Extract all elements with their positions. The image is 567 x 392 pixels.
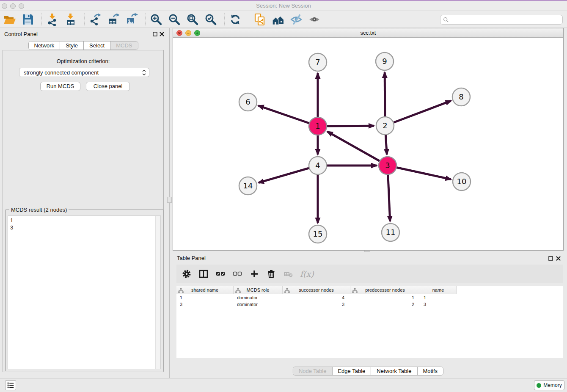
network-window-titlebar[interactable]: ✕ − + scc.txt — [173, 28, 563, 38]
app-titlebar: Session: New Session — [0, 0, 567, 11]
unchecked-boxes-icon — [233, 269, 242, 279]
table-cell: 4 — [283, 294, 350, 301]
tab-motifs[interactable]: Motifs — [417, 367, 443, 375]
first-neighbors-button[interactable] — [253, 13, 266, 26]
tab-network[interactable]: Network — [28, 41, 60, 50]
table-cell: 1 — [420, 294, 457, 301]
delete-columns-button[interactable] — [266, 269, 276, 279]
split-table-view-button[interactable] — [198, 269, 209, 279]
task-history-button[interactable] — [5, 380, 16, 390]
search-field[interactable] — [440, 15, 563, 25]
select-all-rows-button[interactable] — [215, 269, 226, 279]
checked-boxes-icon — [216, 269, 225, 279]
graph-node-label-14: 14 — [243, 181, 253, 190]
deselect-all-rows-button[interactable] — [232, 269, 242, 279]
table-cell: dominator — [234, 294, 283, 301]
mcds-result-group: MCDS result (2 nodes) 1 3 — [6, 210, 163, 371]
import-table-button[interactable] — [64, 13, 77, 26]
memory-label: Memory — [543, 382, 561, 388]
table-cell: 2 — [350, 301, 420, 308]
zoom-in-button[interactable] — [150, 13, 162, 26]
graph-node-label-1: 1 — [315, 121, 320, 130]
graph-edge-1-6[interactable] — [259, 106, 318, 127]
tab-network-table[interactable]: Network Table — [371, 367, 417, 375]
zoom-selected-button[interactable] — [204, 13, 217, 26]
network-graph[interactable]: 7968124314101511 — [173, 38, 563, 250]
tab-node-table[interactable]: Node Table — [293, 367, 332, 375]
graph-edge-3-10[interactable] — [388, 166, 451, 179]
dropdown-chevrons-icon — [142, 69, 146, 77]
table-row[interactable]: 1dominator411 — [176, 294, 563, 301]
float-icon — [548, 256, 553, 261]
export-network-icon — [89, 13, 102, 26]
table-tab-bar: Node TableEdge TableNetwork TableMotifs — [293, 367, 443, 375]
graph-node-label-3: 3 — [385, 161, 390, 170]
window-title: Session: New Session — [0, 3, 567, 9]
toolbar-separator — [224, 13, 225, 26]
export-table-button[interactable] — [107, 13, 120, 26]
function-builder-button[interactable]: f(x) — [300, 269, 314, 279]
run-mcds-button[interactable]: Run MCDS — [40, 82, 80, 91]
export-network-button[interactable] — [89, 13, 102, 26]
table-panel-title: Table Panel — [177, 255, 206, 261]
float-table-panel-button[interactable] — [548, 256, 553, 261]
close-panel-action-button[interactable]: Close panel — [86, 82, 130, 91]
network-canvas[interactable]: 7968124314101511 — [173, 38, 563, 250]
export-image-button[interactable] — [125, 13, 138, 26]
refresh-layout-button[interactable] — [229, 13, 242, 26]
import-network-icon — [46, 13, 59, 26]
toolbar-separator — [41, 13, 42, 26]
zoom-fit-button[interactable] — [186, 13, 199, 26]
search-input[interactable] — [451, 17, 562, 23]
status-bar: Memory — [0, 378, 567, 392]
toolbar-separator — [84, 13, 85, 26]
column-header-MCDS-role[interactable]: MCDS role — [234, 286, 283, 294]
eye-slash-icon — [290, 13, 303, 26]
float-panel-button[interactable] — [152, 31, 157, 36]
mcds-tab-content: Optimization criterion: strongly connect… — [3, 50, 164, 372]
graph-edge-3-1[interactable] — [328, 132, 388, 166]
vertical-splitter[interactable] — [166, 28, 173, 378]
column-header-shared-name[interactable]: shared name — [176, 286, 234, 294]
import-network-button[interactable] — [46, 13, 59, 26]
open-session-button[interactable] — [3, 13, 16, 26]
tab-select[interactable]: Select — [83, 41, 110, 50]
save-session-button[interactable] — [22, 13, 34, 26]
open-folder-icon — [3, 13, 16, 26]
hide-details-button[interactable] — [290, 13, 303, 26]
table-settings-button[interactable] — [182, 269, 192, 279]
table-cell: 3 — [420, 301, 457, 308]
memory-button[interactable]: Memory — [534, 380, 564, 390]
zoom-selected-icon — [204, 13, 217, 26]
close-table-panel-button[interactable] — [556, 256, 561, 261]
close-icon — [160, 32, 164, 36]
memory-status-icon — [537, 383, 541, 388]
mcds-result-values: 1 3 — [8, 216, 160, 232]
mcds-result-textarea[interactable]: 1 3 — [8, 215, 161, 369]
show-networks-button[interactable] — [272, 13, 284, 26]
column-header-successor-nodes[interactable]: successor nodes — [283, 286, 350, 294]
delete-table-button[interactable] — [283, 269, 293, 279]
criterion-dropdown[interactable]: strongly connected component — [19, 68, 149, 77]
splitter-grip[interactable] — [167, 197, 172, 203]
column-header-name[interactable]: name — [420, 286, 457, 294]
graph-edge-2-8[interactable] — [385, 101, 451, 126]
tab-edge-table[interactable]: Edge Table — [332, 367, 371, 375]
zoom-fit-icon — [186, 13, 199, 26]
criterion-value: strongly connected component — [24, 69, 99, 76]
delete-table-icon — [284, 269, 293, 279]
table-row[interactable]: 3dominator323 — [176, 301, 563, 308]
export-image-icon — [125, 13, 138, 26]
add-column-button[interactable] — [249, 269, 259, 279]
network-view-window: ✕ − + scc.txt 7968124314101511 — [173, 28, 564, 251]
graph-node-label-4: 4 — [315, 161, 320, 170]
graph-node-label-10: 10 — [457, 177, 467, 186]
zoom-out-button[interactable] — [168, 13, 181, 26]
tab-style[interactable]: Style — [60, 41, 83, 50]
close-panel-button[interactable] — [159, 31, 164, 36]
tab-mcds[interactable]: MCDS — [110, 41, 138, 50]
toolbar-separator — [249, 13, 249, 26]
result-scrollbar[interactable] — [155, 216, 160, 369]
show-details-button[interactable] — [308, 13, 321, 26]
column-header-predecessor-nodes[interactable]: predecessor nodes — [350, 286, 420, 294]
